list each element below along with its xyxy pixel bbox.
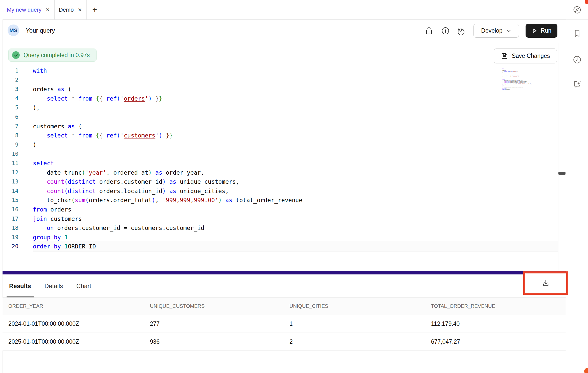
code-line: 2 (3, 76, 558, 85)
code-line: 8select * from {{ ref('customers') }} (3, 131, 558, 140)
info-icon (441, 26, 450, 36)
play-icon (532, 28, 537, 34)
results-table: ORDER_YEARUNIQUE_CUSTOMERSUNIQUE_CITIEST… (3, 298, 566, 351)
line-number: 20 (3, 242, 18, 251)
minimap[interactable]: withorders as (select * from {{ ref('ord… (502, 68, 540, 91)
results-tab-details[interactable]: Details (42, 274, 65, 298)
close-icon[interactable]: ✕ (46, 7, 50, 13)
tab-bar: My new query✕Demo✕ + (3, 0, 566, 20)
table-header-cell: UNIQUE_CUSTOMERS (150, 303, 289, 309)
line-number: 4 (3, 94, 18, 103)
history-button[interactable] (456, 26, 467, 36)
line-number: 12 (3, 168, 18, 177)
compass-icon (572, 5, 582, 15)
line-number: 16 (3, 205, 18, 214)
table-header-row: ORDER_YEARUNIQUE_CUSTOMERSUNIQUE_CITIEST… (3, 298, 566, 315)
code-lines: 1with23orders as (4select * from {{ ref(… (3, 66, 558, 251)
bookmarks-button[interactable] (566, 20, 588, 47)
run-button[interactable]: Run (526, 24, 557, 38)
app-window: My new query✕Demo✕ + MS Your query Devel… (0, 0, 588, 373)
line-number: 5 (3, 103, 18, 112)
info-button[interactable] (440, 26, 451, 36)
history-panel-button[interactable] (566, 47, 588, 72)
code-line: 14count(distinct orders.location_id) as … (3, 186, 558, 196)
code-line: 16from orders (3, 205, 558, 214)
close-icon[interactable]: ✕ (78, 7, 82, 13)
line-number: 8 (3, 131, 18, 140)
save-changes-label: Save Changes (512, 53, 550, 59)
query-status-badge: Query completed in 0.97s (8, 49, 97, 62)
results-tab-results[interactable]: Results (7, 274, 34, 298)
bookmark-icon (572, 29, 582, 38)
tab-label: Demo (59, 7, 74, 13)
line-number: 6 (3, 112, 18, 122)
results-tab-list: ResultsDetailsChart (7, 274, 94, 298)
share-button[interactable] (424, 26, 434, 36)
ai-chat-button[interactable] (566, 72, 588, 97)
table-cell: 2025-01-01T00:00:00.000Z (8, 338, 150, 345)
code-line: 6 (3, 112, 558, 122)
code-editor[interactable]: 1with23orders as (4select * from {{ ref(… (3, 66, 558, 251)
explore-button[interactable] (566, 0, 588, 20)
tab-label: My new query (7, 7, 41, 13)
table-cell: 936 (150, 338, 289, 345)
table-cell: 677,047.27 (431, 338, 566, 345)
tab-my-new-query[interactable]: My new query✕ (3, 0, 55, 19)
code-line: 3orders as ( (3, 85, 558, 94)
code-line: 20order by 1ORDER_ID (3, 242, 558, 251)
table-cell: 277 (150, 320, 289, 327)
results-tab-chart[interactable]: Chart (74, 274, 94, 298)
download-button[interactable] (541, 278, 551, 288)
header-divider (3, 43, 558, 43)
code-line: 5), (3, 103, 558, 112)
new-tab-button[interactable]: + (87, 0, 103, 19)
code-line: 4select * from {{ ref('orders') }} (3, 94, 558, 103)
line-number: 13 (3, 177, 18, 186)
share-icon (424, 26, 434, 35)
code-line: 10 (3, 149, 558, 159)
line-number: 19 (3, 233, 18, 242)
table-row: 2024-01-01T00:00:00.000Z2771112,179.40 (3, 315, 566, 333)
tab-demo[interactable]: Demo✕ (55, 0, 87, 19)
save-icon (501, 52, 508, 60)
line-number: 17 (3, 214, 18, 224)
right-sidebar (566, 0, 588, 373)
table-row: 2025-01-01T00:00:00.000Z9362677,047.27 (3, 333, 566, 351)
save-changes-button[interactable]: Save Changes (494, 49, 557, 63)
develop-dropdown[interactable]: Develop (473, 24, 519, 38)
table-header-cell: UNIQUE_CITIES (289, 303, 431, 309)
editor-right-border (558, 43, 558, 271)
chevron-down-icon (506, 28, 511, 33)
code-line: 15to_char(sum(orders.order_total), '999,… (3, 196, 558, 205)
table-header-cell: ORDER_YEAR (8, 303, 150, 309)
history-icon (457, 26, 466, 36)
table-cell: 112,179.40 (431, 320, 566, 327)
splitter-drag-handle[interactable] (558, 172, 566, 175)
code-line: 9) (3, 140, 558, 150)
table-cell: 1 (289, 320, 431, 327)
run-label: Run (541, 27, 551, 34)
code-line: 13count(distinct orders.customer_id) as … (3, 177, 558, 186)
line-number: 7 (3, 122, 18, 131)
line-number: 18 (3, 223, 18, 233)
clock-icon (572, 55, 582, 65)
ai-chat-sparkle-icon (572, 79, 582, 90)
table-cell: 2 (289, 338, 431, 345)
avatar: MS (8, 25, 19, 36)
check-circle-icon (12, 51, 20, 59)
code-line: 11select (3, 159, 558, 168)
results-resize-bar[interactable] (3, 271, 566, 274)
table-header-cell: TOTAL_ORDER_REVENUE (431, 303, 566, 309)
code-line: 1with (3, 66, 558, 76)
line-number: 10 (3, 149, 18, 159)
tab-list: My new query✕Demo✕ (3, 0, 87, 19)
line-number: 15 (3, 196, 18, 205)
line-number: 3 (3, 85, 18, 94)
line-number: 11 (3, 159, 18, 168)
develop-label: Develop (481, 27, 502, 34)
code-line: 18on orders.customer_id = customers.cust… (3, 223, 558, 233)
code-line: 7customers as ( (3, 122, 558, 131)
code-line: 17join customers (3, 214, 558, 224)
line-number: 9 (3, 140, 18, 150)
line-number: 2 (3, 76, 18, 85)
